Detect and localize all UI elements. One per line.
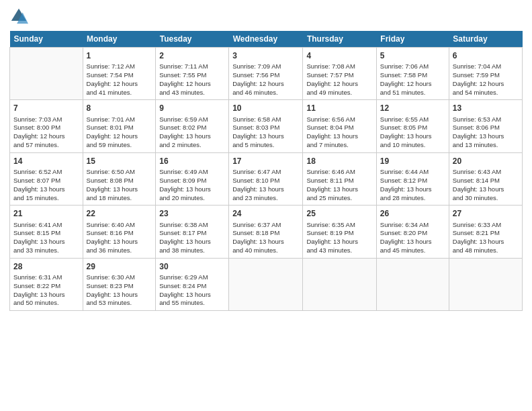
day-cell: 16Sunrise: 6:49 AM Sunset: 8:09 PM Dayli…	[156, 152, 229, 205]
day-number: 7	[13, 103, 79, 113]
calendar-table: SundayMondayTuesdayWednesdayThursdayFrid…	[9, 31, 523, 311]
day-info: Sunrise: 6:29 AM Sunset: 8:24 PM Dayligh…	[159, 273, 225, 308]
day-number: 30	[159, 261, 225, 272]
day-cell: 25Sunrise: 6:35 AM Sunset: 8:19 PM Dayli…	[303, 205, 376, 258]
day-number: 2	[159, 50, 225, 61]
day-info: Sunrise: 6:47 AM Sunset: 8:10 PM Dayligh…	[232, 168, 299, 202]
day-number: 27	[453, 208, 519, 219]
day-number: 25	[306, 208, 372, 219]
week-row: 14Sunrise: 6:52 AM Sunset: 8:07 PM Dayli…	[10, 152, 523, 205]
day-cell: 22Sunrise: 6:40 AM Sunset: 8:16 PM Dayli…	[83, 205, 156, 258]
day-cell: 17Sunrise: 6:47 AM Sunset: 8:10 PM Dayli…	[229, 152, 303, 205]
day-number: 6	[453, 50, 519, 61]
day-number: 4	[306, 50, 372, 61]
day-info: Sunrise: 6:33 AM Sunset: 8:21 PM Dayligh…	[453, 221, 519, 255]
day-cell: 12Sunrise: 6:55 AM Sunset: 8:05 PM Dayli…	[376, 100, 449, 152]
day-cell	[376, 258, 449, 310]
day-number: 19	[380, 156, 445, 167]
day-number: 24	[232, 208, 299, 219]
header-row: SundayMondayTuesdayWednesdayThursdayFrid…	[10, 31, 523, 48]
header-cell-tuesday: Tuesday	[156, 31, 229, 48]
day-info: Sunrise: 7:03 AM Sunset: 8:00 PM Dayligh…	[13, 116, 79, 150]
header-cell-friday: Friday	[376, 31, 449, 48]
day-info: Sunrise: 7:01 AM Sunset: 8:01 PM Dayligh…	[87, 116, 152, 150]
day-cell: 19Sunrise: 6:44 AM Sunset: 8:12 PM Dayli…	[376, 152, 449, 205]
day-info: Sunrise: 7:12 AM Sunset: 7:54 PM Dayligh…	[87, 62, 152, 97]
day-number: 5	[380, 50, 445, 61]
day-info: Sunrise: 6:41 AM Sunset: 8:15 PM Dayligh…	[13, 221, 79, 255]
day-info: Sunrise: 7:04 AM Sunset: 7:59 PM Dayligh…	[453, 62, 519, 97]
page-container: SundayMondayTuesdayWednesdayThursdayFrid…	[0, 0, 532, 318]
day-info: Sunrise: 7:06 AM Sunset: 7:58 PM Dayligh…	[380, 62, 445, 97]
day-info: Sunrise: 6:46 AM Sunset: 8:11 PM Dayligh…	[306, 168, 372, 202]
day-info: Sunrise: 6:37 AM Sunset: 8:18 PM Dayligh…	[232, 221, 299, 255]
day-info: Sunrise: 6:52 AM Sunset: 8:07 PM Dayligh…	[13, 168, 79, 202]
header-cell-thursday: Thursday	[303, 31, 376, 48]
day-cell: 24Sunrise: 6:37 AM Sunset: 8:18 PM Dayli…	[229, 205, 303, 258]
day-cell: 15Sunrise: 6:50 AM Sunset: 8:08 PM Dayli…	[83, 152, 156, 205]
day-number: 1	[87, 50, 152, 61]
day-cell	[303, 258, 376, 310]
day-cell	[10, 48, 83, 100]
day-cell: 18Sunrise: 6:46 AM Sunset: 8:11 PM Dayli…	[303, 152, 376, 205]
week-row: 28Sunrise: 6:31 AM Sunset: 8:22 PM Dayli…	[10, 258, 523, 310]
day-number: 16	[159, 156, 225, 167]
day-number: 9	[159, 103, 225, 113]
day-info: Sunrise: 6:44 AM Sunset: 8:12 PM Dayligh…	[380, 168, 445, 202]
day-cell: 20Sunrise: 6:43 AM Sunset: 8:14 PM Dayli…	[449, 152, 522, 205]
day-cell: 5Sunrise: 7:06 AM Sunset: 7:58 PM Daylig…	[376, 48, 449, 100]
day-cell: 11Sunrise: 6:56 AM Sunset: 8:04 PM Dayli…	[303, 100, 376, 152]
day-info: Sunrise: 7:09 AM Sunset: 7:56 PM Dayligh…	[232, 62, 299, 97]
day-number: 26	[380, 208, 445, 219]
header-cell-saturday: Saturday	[449, 31, 522, 48]
day-number: 8	[87, 103, 152, 113]
day-info: Sunrise: 6:59 AM Sunset: 8:02 PM Dayligh…	[159, 116, 225, 150]
day-number: 18	[306, 156, 372, 167]
day-number: 28	[13, 261, 79, 272]
logo	[9, 7, 31, 26]
day-cell: 6Sunrise: 7:04 AM Sunset: 7:59 PM Daylig…	[449, 48, 522, 100]
header	[9, 7, 523, 26]
week-row: 7Sunrise: 7:03 AM Sunset: 8:00 PM Daylig…	[10, 100, 523, 152]
day-info: Sunrise: 6:58 AM Sunset: 8:03 PM Dayligh…	[232, 116, 299, 150]
day-cell: 4Sunrise: 7:08 AM Sunset: 7:57 PM Daylig…	[303, 48, 376, 100]
day-info: Sunrise: 6:34 AM Sunset: 8:20 PM Dayligh…	[380, 221, 445, 255]
calendar-body: 1Sunrise: 7:12 AM Sunset: 7:54 PM Daylig…	[10, 48, 523, 311]
day-info: Sunrise: 6:55 AM Sunset: 8:05 PM Dayligh…	[380, 116, 445, 150]
day-number: 23	[159, 208, 225, 219]
day-cell: 8Sunrise: 7:01 AM Sunset: 8:01 PM Daylig…	[83, 100, 156, 152]
day-info: Sunrise: 6:53 AM Sunset: 8:06 PM Dayligh…	[453, 116, 519, 150]
day-cell: 3Sunrise: 7:09 AM Sunset: 7:56 PM Daylig…	[229, 48, 303, 100]
day-cell: 30Sunrise: 6:29 AM Sunset: 8:24 PM Dayli…	[156, 258, 229, 310]
header-cell-sunday: Sunday	[10, 31, 83, 48]
day-number: 10	[232, 103, 299, 113]
calendar-header: SundayMondayTuesdayWednesdayThursdayFrid…	[10, 31, 523, 48]
day-number: 12	[380, 103, 445, 113]
day-number: 11	[306, 103, 372, 113]
week-row: 1Sunrise: 7:12 AM Sunset: 7:54 PM Daylig…	[10, 48, 523, 100]
day-info: Sunrise: 6:38 AM Sunset: 8:17 PM Dayligh…	[159, 221, 225, 255]
day-cell: 21Sunrise: 6:41 AM Sunset: 8:15 PM Dayli…	[10, 205, 83, 258]
day-cell: 29Sunrise: 6:30 AM Sunset: 8:23 PM Dayli…	[83, 258, 156, 310]
day-number: 29	[87, 261, 152, 272]
day-cell: 27Sunrise: 6:33 AM Sunset: 8:21 PM Dayli…	[449, 205, 522, 258]
day-number: 17	[232, 156, 299, 167]
day-number: 21	[13, 208, 79, 219]
day-cell: 23Sunrise: 6:38 AM Sunset: 8:17 PM Dayli…	[156, 205, 229, 258]
day-info: Sunrise: 6:30 AM Sunset: 8:23 PM Dayligh…	[87, 273, 152, 308]
day-cell	[449, 258, 522, 310]
day-cell: 14Sunrise: 6:52 AM Sunset: 8:07 PM Dayli…	[10, 152, 83, 205]
day-cell: 2Sunrise: 7:11 AM Sunset: 7:55 PM Daylig…	[156, 48, 229, 100]
day-cell	[229, 258, 303, 310]
header-cell-wednesday: Wednesday	[229, 31, 303, 48]
day-number: 14	[13, 156, 79, 167]
day-cell: 1Sunrise: 7:12 AM Sunset: 7:54 PM Daylig…	[83, 48, 156, 100]
day-number: 15	[87, 156, 152, 167]
day-cell: 10Sunrise: 6:58 AM Sunset: 8:03 PM Dayli…	[229, 100, 303, 152]
day-info: Sunrise: 6:40 AM Sunset: 8:16 PM Dayligh…	[87, 221, 152, 255]
day-info: Sunrise: 6:56 AM Sunset: 8:04 PM Dayligh…	[306, 116, 372, 150]
day-info: Sunrise: 7:08 AM Sunset: 7:57 PM Dayligh…	[306, 62, 372, 97]
day-info: Sunrise: 7:11 AM Sunset: 7:55 PM Dayligh…	[159, 62, 225, 97]
day-cell: 7Sunrise: 7:03 AM Sunset: 8:00 PM Daylig…	[10, 100, 83, 152]
day-cell: 28Sunrise: 6:31 AM Sunset: 8:22 PM Dayli…	[10, 258, 83, 310]
